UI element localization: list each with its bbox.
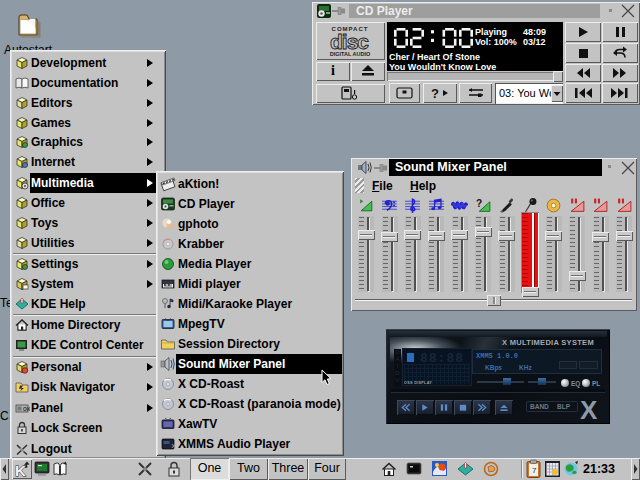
svg-text:disc: disc bbox=[330, 30, 369, 53]
svg-text:?: ? bbox=[431, 86, 439, 101]
svg-text:X: X bbox=[172, 443, 176, 449]
svg-text:DIGITAL AUDIO: DIGITAL AUDIO bbox=[330, 51, 371, 57]
svg-text:?: ? bbox=[476, 198, 482, 209]
svg-text:K: K bbox=[15, 462, 26, 479]
svg-text:OK: OK bbox=[23, 405, 30, 411]
svg-text:7: 7 bbox=[532, 466, 537, 475]
